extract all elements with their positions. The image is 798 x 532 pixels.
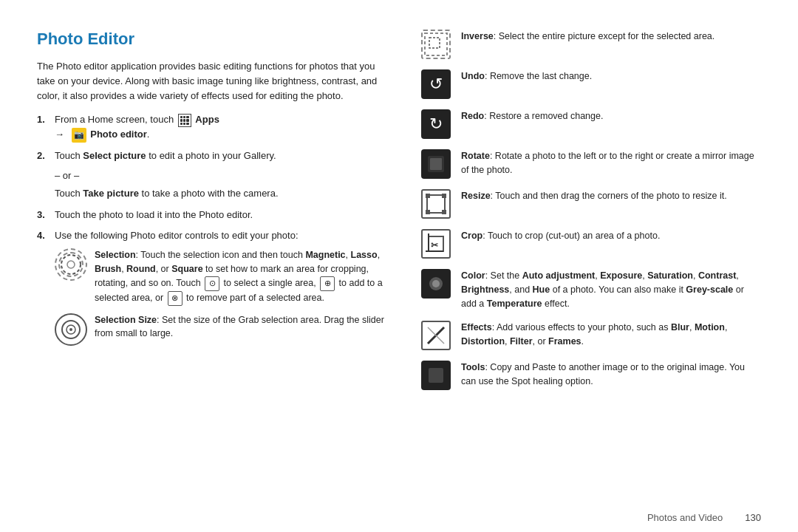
svg-rect-8: [430, 158, 442, 170]
svg-rect-13: [442, 210, 446, 214]
crop-item: ✂ Crop: Touch to crop (cut-out) an area …: [421, 229, 761, 259]
step-2-num: 2.: [37, 149, 49, 163]
effects-svg: [425, 324, 447, 347]
tools-desc: Tools: Copy and Paste to another image o…: [461, 361, 761, 389]
step-1-num: 1.: [37, 112, 49, 127]
undo-icon: ↺: [421, 69, 451, 99]
tools-svg: [426, 365, 446, 386]
svg-rect-5: [425, 33, 447, 55]
rotate-desc: Rotate: Rotate a photo to the left or to…: [461, 149, 761, 177]
color-svg: [426, 273, 446, 294]
step-3-content: Touch the photo to load it into the Phot…: [55, 208, 392, 222]
step-3: 3. Touch the photo to load it into the P…: [37, 208, 392, 222]
selection-size-desc: Selection Size: Set the size of the Grab…: [95, 313, 392, 341]
resize-item: Resize: Touch and then drag the corners …: [421, 189, 761, 219]
color-desc: Color: Set the Auto adjustment, Exposure…: [461, 269, 761, 310]
svg-rect-10: [426, 194, 430, 198]
resize-icon: [421, 189, 451, 219]
redo-icon: ↻: [421, 109, 451, 139]
effects-icon: [421, 321, 451, 350]
crop-desc: Crop: Touch to crop (cut-out) an area of…: [461, 229, 761, 243]
steps-list: 1. From a Home screen, touch Apps → 📷 Ph…: [37, 112, 392, 345]
remove-area-icon: ⊗: [168, 291, 183, 306]
rotate-icon: [421, 149, 451, 179]
svg-rect-11: [442, 194, 446, 198]
photo-editor-app-icon: 📷: [72, 128, 86, 143]
footer-section: Photos and Video: [647, 512, 723, 523]
svg-point-4: [69, 328, 72, 331]
right-column: Inverse: Select the entire picture excep…: [421, 30, 761, 484]
select-single-icon: ⊙: [205, 276, 219, 291]
tools-item: Tools: Copy and Paste to another image o…: [421, 361, 761, 390]
resize-desc: Resize: Touch and then drag the corners …: [461, 189, 761, 203]
svg-point-1: [67, 261, 75, 268]
page-title: Photo Editor: [37, 30, 392, 49]
left-column: Photo Editor The Photo editor applicatio…: [37, 30, 392, 484]
resize-svg: [424, 192, 448, 216]
selection-size-svg: [59, 318, 83, 341]
step-2-content: Touch Select picture to edit a photo in …: [55, 149, 392, 163]
inverse-item: Inverse: Select the entire picture excep…: [421, 30, 761, 59]
step-3-num: 3.: [37, 208, 49, 222]
rotate-svg: [426, 154, 446, 174]
inverse-desc: Inverse: Select the entire picture excep…: [461, 30, 761, 44]
step-4-content: Use the following Photo editor controls …: [55, 228, 392, 243]
step-4: 4. Use the following Photo editor contro…: [37, 228, 392, 243]
rotate-item: Rotate: Rotate a photo to the left or to…: [421, 149, 761, 179]
selection-size-icon: [55, 313, 87, 346]
add-area-icon: ⊕: [320, 276, 335, 291]
selection-item: Selection: Touch the selection icon and …: [55, 248, 392, 306]
crop-svg: ✂: [425, 233, 447, 255]
effects-item: Effects: Add various effects to your pho…: [421, 321, 761, 350]
footer-page: 130: [745, 512, 761, 523]
svg-text:✂: ✂: [431, 240, 439, 250]
svg-point-20: [432, 280, 440, 287]
inverse-icon: [421, 30, 451, 59]
svg-rect-6: [429, 38, 440, 48]
apps-icon: [178, 114, 191, 127]
undo-item: ↺ Undo: Remove the last change.: [421, 69, 761, 99]
redo-item: ↻ Redo: Restore a removed change.: [421, 109, 761, 139]
take-pic-line: Touch Take picture to take a photo with …: [55, 186, 392, 201]
selection-svg: [59, 253, 83, 276]
tools-icon: [421, 361, 451, 390]
redo-desc: Redo: Restore a removed change.: [461, 109, 761, 123]
color-item: Color: Set the Auto adjustment, Exposure…: [421, 269, 761, 310]
step-1: 1. From a Home screen, touch Apps → 📷 Ph…: [37, 112, 392, 142]
crop-icon: ✂: [421, 229, 451, 259]
svg-point-0: [61, 255, 81, 274]
footer: Photos and Video 130: [0, 506, 798, 532]
intro-text: The Photo editor application provides ba…: [37, 59, 392, 103]
arrow-icon: →: [55, 129, 64, 140]
selection-icon: [55, 248, 87, 281]
color-icon: [421, 269, 451, 299]
step-2: 2. Touch Select picture to edit a photo …: [37, 149, 392, 163]
inverse-svg: [423, 32, 449, 57]
or-line: – or –: [55, 168, 392, 183]
svg-rect-24: [429, 368, 443, 383]
step-1-content: From a Home screen, touch Apps → 📷 Photo…: [55, 112, 392, 142]
step-4-num: 4.: [37, 228, 49, 243]
selection-size-item: Selection Size: Set the size of the Grab…: [55, 313, 392, 346]
svg-rect-12: [426, 210, 430, 214]
undo-desc: Undo: Remove the last change.: [461, 69, 761, 83]
effects-desc: Effects: Add various effects to your pho…: [461, 321, 761, 349]
selection-desc: Selection: Touch the selection icon and …: [95, 248, 392, 306]
